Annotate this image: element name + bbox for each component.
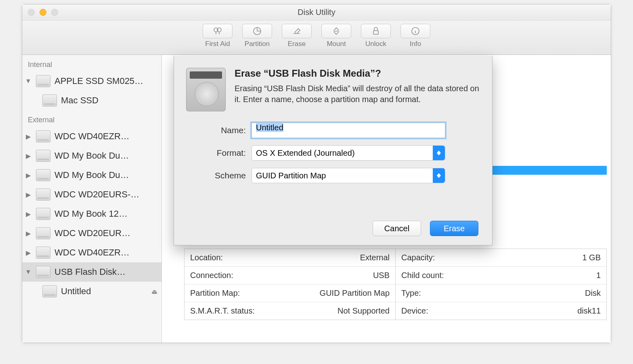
format-value: OS X Extended (Journaled) — [256, 149, 355, 158]
info-value: USB — [373, 271, 390, 280]
disk-icon — [36, 130, 50, 142]
info-row-connection: Connection: USB — [184, 267, 395, 285]
chevron-right-icon[interactable]: ▶ — [25, 210, 32, 218]
scheme-select[interactable]: GUID Partition Map — [252, 168, 445, 183]
info-value: Disk — [585, 289, 601, 298]
info-value: disk11 — [577, 306, 601, 316]
info-label: Device: — [401, 306, 428, 316]
dialog-form: Name: Untitled Format: OS X Extended (Jo… — [174, 115, 492, 183]
first-aid-icon — [203, 24, 233, 38]
sidebar-item-label: WDC WD40EZR… — [54, 131, 157, 142]
toolbar: First Aid Partition Erase Mount Unlock — [22, 21, 611, 55]
format-select[interactable]: OS X Extended (Journaled) — [252, 145, 445, 161]
info-column-right: Capacity: 1 GB Child count: 1 Type: Disk… — [396, 249, 606, 320]
chevron-right-icon[interactable]: ▶ — [25, 152, 32, 159]
toolbar-item-partition[interactable]: Partition — [239, 24, 275, 48]
form-row-name: Name: Untitled — [203, 123, 480, 138]
dialog-header: Erase “USB Flash Disk Media”? Erasing “U… — [174, 56, 492, 115]
sidebar-item-label: Untitled — [61, 286, 147, 297]
toolbar-item-mount[interactable]: Mount — [319, 24, 354, 48]
scheme-label: Scheme — [203, 171, 252, 180]
erase-icon — [282, 24, 312, 38]
window-title: Disk Utility — [22, 8, 611, 17]
toolbar-item-unlock[interactable]: Unlock — [358, 24, 394, 48]
sidebar-item-label: APPLE SSD SM025… — [54, 76, 157, 86]
sidebar-item-usb-flash-disk[interactable]: ▼ USB Flash Disk… — [22, 262, 161, 282]
form-row-scheme: Scheme GUID Partition Map — [203, 168, 480, 183]
info-value: GUID Partition Map — [320, 289, 390, 298]
chevron-down-icon[interactable]: ▼ — [25, 77, 32, 85]
info-value: Not Supported — [337, 306, 390, 316]
sidebar-item-label: WDC WD20EURS-… — [54, 189, 157, 200]
chevron-down-icon[interactable]: ▼ — [25, 268, 32, 276]
sidebar-item-external-disk[interactable]: ▶ WDC WD20EUR… — [22, 224, 161, 243]
harddrive-icon — [186, 68, 226, 111]
dialog-text: Erase “USB Flash Disk Media”? Erasing “U… — [235, 68, 480, 111]
mount-icon — [321, 24, 351, 38]
sidebar-item-label: WDC WD40EZR… — [54, 247, 157, 258]
unlock-label: Unlock — [365, 40, 386, 48]
toolbar-item-erase[interactable]: Erase — [279, 24, 314, 48]
sidebar-item-external-disk[interactable]: ▶ WD My Book Du… — [22, 146, 161, 165]
info-icon — [400, 24, 430, 38]
svg-rect-3 — [373, 31, 378, 34]
mount-label: Mount — [327, 40, 346, 48]
eject-icon[interactable]: ⏏ — [151, 288, 157, 295]
disk-icon — [36, 266, 50, 278]
toolbar-item-info[interactable]: Info — [398, 24, 433, 48]
info-label: Partition Map: — [190, 289, 240, 298]
disk-icon — [36, 150, 50, 162]
disk-icon — [36, 227, 50, 239]
first-aid-label: First Aid — [205, 40, 230, 48]
info-row-capacity: Capacity: 1 GB — [396, 249, 606, 267]
name-label: Name: — [203, 126, 252, 135]
disk-icon — [36, 169, 50, 181]
sidebar-item-volume[interactable]: Untitled ⏏ — [22, 282, 161, 301]
disk-info-panel: Location: External Connection: USB Parti… — [184, 249, 607, 320]
sidebar-item-label: Mac SSD — [61, 95, 157, 106]
info-label: Location: — [190, 253, 223, 262]
info-label: Child count: — [401, 271, 444, 280]
info-value: External — [360, 253, 390, 262]
sidebar-item-external-disk[interactable]: ▶ WDC WD40EZR… — [22, 243, 161, 262]
sidebar-item-external-disk[interactable]: ▶ WDC WD20EURS-… — [22, 185, 161, 204]
chevron-right-icon[interactable]: ▶ — [25, 133, 32, 140]
info-row-device: Device: disk11 — [396, 302, 606, 320]
lock-icon — [361, 24, 391, 38]
sidebar-item-internal-disk[interactable]: ▼ APPLE SSD SM025… — [22, 71, 161, 91]
app-window: Disk Utility First Aid Partition Erase M… — [22, 4, 611, 343]
toolbar-item-first-aid[interactable]: First Aid — [200, 24, 235, 48]
erase-button[interactable]: Erase — [430, 221, 478, 236]
dialog-title: Erase “USB Flash Disk Media”? — [235, 68, 480, 79]
sidebar-item-label: WDC WD20EUR… — [54, 228, 157, 238]
chevron-right-icon[interactable]: ▶ — [25, 249, 32, 256]
sidebar-item-volume[interactable]: Mac SSD — [22, 91, 161, 110]
sidebar-item-external-disk[interactable]: ▶ WD My Book 12… — [22, 204, 161, 224]
sidebar-item-label: USB Flash Disk… — [54, 267, 157, 277]
select-arrows-icon — [433, 168, 445, 183]
chevron-right-icon[interactable]: ▶ — [25, 172, 32, 179]
sidebar-item-external-disk[interactable]: ▶ WDC WD40EZR… — [22, 127, 161, 146]
info-column-left: Location: External Connection: USB Parti… — [184, 249, 396, 320]
chevron-right-icon[interactable]: ▶ — [25, 191, 32, 198]
titlebar: Disk Utility — [22, 4, 611, 21]
erase-dialog: Erase “USB Flash Disk Media”? Erasing “U… — [174, 56, 493, 245]
volume-icon — [42, 285, 57, 297]
info-row-location: Location: External — [184, 249, 395, 267]
disk-icon — [36, 208, 50, 220]
info-row-partitionmap: Partition Map: GUID Partition Map — [184, 285, 395, 302]
disk-icon — [36, 75, 50, 87]
chevron-right-icon[interactable]: ▶ — [25, 230, 32, 237]
sidebar-item-external-disk[interactable]: ▶ WD My Book Du… — [22, 165, 161, 185]
name-input[interactable]: Untitled — [252, 123, 445, 138]
erase-label: Erase — [288, 40, 306, 48]
info-value: 1 — [596, 271, 601, 280]
info-row-smart: S.M.A.R.T. status: Not Supported — [184, 302, 395, 320]
name-value: Untitled — [256, 123, 283, 132]
sidebar-item-label: WD My Book 12… — [54, 209, 157, 219]
info-label: Connection: — [190, 271, 233, 280]
sidebar-section-external: External — [22, 110, 161, 127]
cancel-button[interactable]: Cancel — [373, 221, 421, 236]
form-row-format: Format: OS X Extended (Journaled) — [203, 145, 480, 161]
volume-icon — [42, 94, 57, 107]
